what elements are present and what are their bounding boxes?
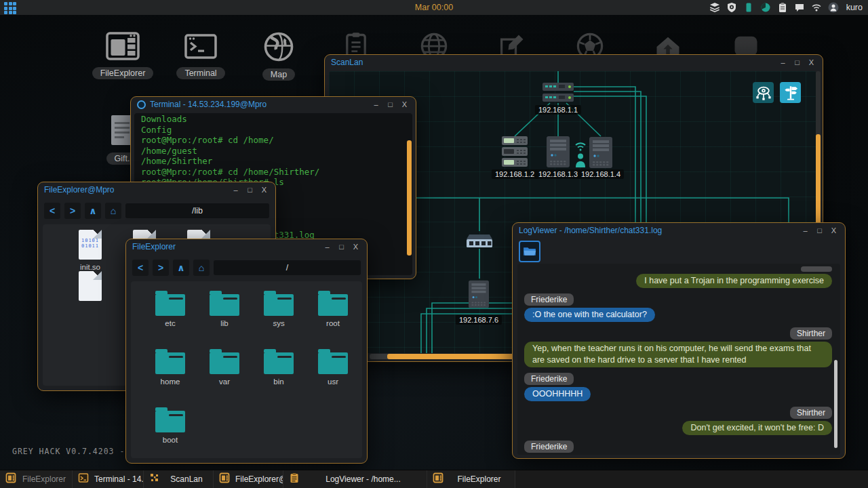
desktop-icon-terminal[interactable]: Terminal — [163, 31, 238, 79]
memory-bar-icon[interactable] — [743, 2, 754, 13]
up-button[interactable]: ∧ — [85, 203, 101, 219]
folder-item[interactable]: root — [307, 291, 359, 340]
desktop-icon-map[interactable]: Map — [241, 31, 316, 81]
taskbar-item-label: Terminal - 14.53.234... — [89, 474, 143, 484]
folder-grid: etclibsysroothomevarbinusrboot — [131, 281, 362, 458]
desktop-icon-fileexplorer[interactable]: FileExplorer — [85, 31, 160, 79]
folder-item[interactable]: etc — [144, 291, 196, 340]
network-node-192.168.1.3[interactable] — [547, 136, 570, 170]
back-button[interactable]: < — [132, 260, 149, 276]
open-file-button[interactable] — [519, 241, 540, 262]
taskbar-item-fileexplorer[interactable]: FileExplorer — [0, 470, 73, 488]
folder-name: var — [199, 378, 250, 386]
taskbar-item-label: FileExplorer — [443, 474, 515, 484]
folder-icon — [318, 294, 348, 316]
taskbar-item-fileexplorer[interactable]: FileExplorer — [427, 470, 515, 488]
taskbar-item-logviewer-home-[interactable]: LogViewer - /home... — [283, 470, 427, 488]
file-item[interactable] — [63, 271, 117, 304]
minimize-button[interactable]: – — [371, 100, 381, 108]
taskbar-item-fileexplorer-mpro[interactable]: FileExplorer@Mpro — [214, 470, 283, 488]
chat-log[interactable]: I have put a Trojan in the programming e… — [517, 264, 840, 455]
maximize-button[interactable]: □ — [792, 58, 802, 66]
scanlan-icon — [149, 472, 160, 486]
shield-icon[interactable] — [726, 2, 737, 13]
titlebar[interactable]: FileExplorer – □ X — [126, 239, 367, 254]
close-button[interactable]: X — [351, 243, 361, 251]
file-item[interactable]: 1010101011init.so — [63, 230, 117, 271]
folder-item[interactable]: home — [144, 349, 196, 398]
chat-bubble: Yep, when the teacher runs it on his com… — [524, 342, 832, 367]
close-button[interactable]: X — [259, 186, 269, 194]
desktop-icon-label: FileExplorer — [92, 67, 154, 79]
folder-icon — [210, 294, 239, 316]
window-fileexplorer-root: FileExplorer – □ X < > ∧ ⌂ / etclibsysro… — [125, 239, 368, 464]
taskbar-item-label: ScanLan — [160, 474, 213, 484]
close-button[interactable]: X — [399, 100, 410, 108]
folder-item[interactable]: var — [199, 349, 250, 398]
path-field[interactable]: /lib — [125, 203, 269, 218]
chat-author-tag: Shirther — [790, 327, 832, 340]
node-ip-label: 192.168.1.2 — [492, 169, 538, 179]
folder-item[interactable]: boot — [144, 407, 196, 456]
minimize-button[interactable]: – — [322, 243, 332, 251]
minimize-button[interactable]: – — [778, 58, 788, 66]
maximize-button[interactable]: □ — [245, 186, 255, 194]
network-node-192.168.1.1[interactable] — [542, 83, 574, 106]
fileexplorer-icon — [433, 472, 443, 486]
folder-icon — [318, 352, 348, 374]
folder-item[interactable]: sys — [253, 291, 304, 340]
chat-bubble: OOOHHHHH — [524, 387, 591, 401]
network-node-192.168.1.2[interactable] — [502, 136, 528, 170]
wifi-icon[interactable] — [811, 2, 822, 13]
up-button[interactable]: ∧ — [173, 260, 189, 276]
close-button[interactable]: X — [806, 58, 816, 66]
close-button[interactable]: X — [829, 226, 839, 235]
username-label[interactable]: kuro — [846, 3, 863, 12]
route-button[interactable] — [780, 82, 801, 103]
network-node-192.168.1.4[interactable] — [574, 137, 612, 171]
folder-name: boot — [144, 436, 196, 444]
titlebar[interactable]: FileExplorer@Mpro – □ X — [38, 182, 275, 197]
maximize-button[interactable]: □ — [336, 243, 347, 251]
folder-icon — [264, 352, 294, 374]
folder-icon — [155, 411, 185, 432]
titlebar[interactable]: ScanLan – □ X — [325, 55, 823, 70]
layers-icon[interactable] — [709, 2, 720, 13]
open-folder-icon — [523, 246, 536, 257]
path-field[interactable]: / — [214, 260, 361, 275]
chat-scrollbar-thumb[interactable] — [834, 360, 837, 448]
network-scan-button[interactable] — [753, 82, 774, 103]
folder-item[interactable]: usr — [307, 349, 359, 398]
home-button[interactable]: ⌂ — [105, 203, 121, 219]
network-node-switch[interactable] — [467, 231, 492, 251]
logviewer-icon — [289, 472, 300, 486]
avatar-icon[interactable] — [828, 2, 839, 13]
desktop-screen: Mar 00:00 kuro FileExplorerTerminalMapGi… — [0, 0, 868, 488]
minimize-button[interactable]: – — [800, 226, 810, 235]
taskbar: FileExplorerTerminal - 14.53.234...ScanL… — [0, 470, 868, 488]
window-title: FileExplorer — [132, 242, 318, 251]
node-ip-label: 192.168.1.1 — [535, 105, 581, 115]
fileexplorer-icon — [85, 31, 160, 64]
folder-item[interactable]: bin — [253, 349, 304, 398]
taskbar-item-terminal-14-53-234-[interactable]: Terminal - 14.53.234... — [73, 470, 144, 488]
forward-button[interactable]: > — [64, 203, 81, 219]
cpu-pie-icon[interactable] — [760, 2, 771, 13]
network-node-192.168.7.6[interactable] — [469, 279, 489, 312]
clipboard-icon[interactable] — [777, 2, 788, 13]
home-button[interactable]: ⌂ — [193, 260, 210, 276]
back-button[interactable]: < — [44, 203, 60, 219]
folder-name: sys — [253, 319, 304, 327]
titlebar[interactable]: LogViewer - /home/Shirther/chat331.log –… — [513, 223, 845, 238]
terminal-scrollbar-thumb[interactable] — [407, 140, 412, 256]
terminal-icon — [137, 100, 146, 109]
minimize-button[interactable]: – — [231, 186, 241, 194]
folder-name: lib — [199, 319, 250, 327]
maximize-button[interactable]: □ — [814, 226, 825, 235]
forward-button[interactable]: > — [153, 260, 169, 276]
taskbar-item-scanlan[interactable]: ScanLan — [144, 470, 214, 488]
chat-bubble-icon[interactable] — [794, 2, 805, 13]
maximize-button[interactable]: □ — [385, 100, 395, 108]
titlebar[interactable]: Terminal - 14.53.234.199@Mpro – □ X — [131, 97, 416, 112]
folder-item[interactable]: lib — [199, 291, 250, 340]
